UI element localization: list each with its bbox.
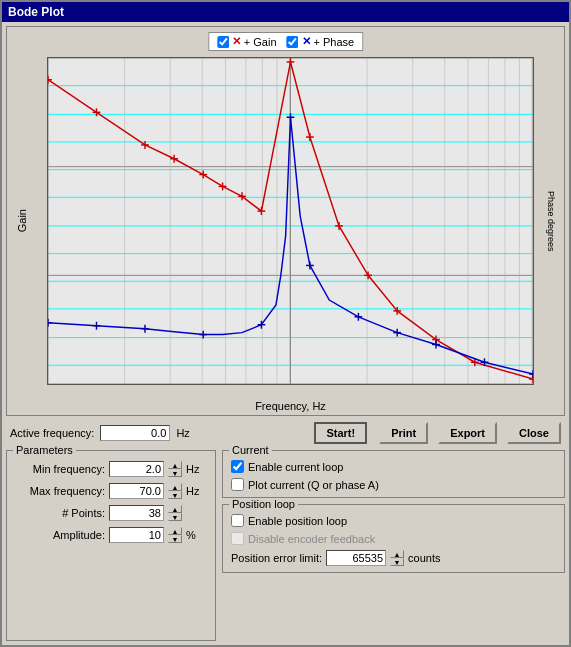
plot-current-label: Plot current (Q or phase A)	[248, 479, 379, 491]
bottom-controls: Active frequency: 0.0 Hz Start! Print Ex…	[6, 416, 565, 641]
min-freq-up[interactable]: ▲	[168, 461, 182, 469]
pos-error-up[interactable]: ▲	[390, 550, 404, 558]
pos-error-label: Position error limit:	[231, 552, 322, 564]
chart-inner: 1,000 100 10 1 -50 -60 -70 -80 -90 -100 …	[47, 57, 534, 385]
x-axis-label: Frequency, Hz	[255, 400, 326, 412]
current-panel: Current Enable current loop Plot current…	[222, 450, 565, 498]
y-axis-label: Gain	[16, 209, 28, 232]
close-button[interactable]: Close	[507, 422, 561, 444]
title-bar: Bode Plot	[2, 2, 569, 22]
max-freq-row: Max frequency: ▲ ▼ Hz	[15, 483, 207, 499]
points-spinner: ▲ ▼	[168, 505, 182, 521]
amplitude-row: Amplitude: ▲ ▼ %	[15, 527, 207, 543]
legend-gain-checkbox[interactable]	[217, 36, 229, 48]
enable-current-label: Enable current loop	[248, 461, 343, 473]
legend-phase-color-marker: ✕	[302, 35, 311, 48]
min-freq-label: Min frequency:	[15, 463, 105, 475]
disable-encoder-label: Disable encoder feedback	[248, 533, 375, 545]
disable-encoder-checkbox[interactable]	[231, 532, 244, 545]
pos-error-down[interactable]: ▼	[390, 558, 404, 566]
y-axis-right-label: Phase degrees	[546, 191, 556, 252]
pos-error-unit: counts	[408, 552, 440, 564]
freq-bar: Active frequency: 0.0 Hz Start! Print Ex…	[6, 420, 565, 446]
points-up[interactable]: ▲	[168, 505, 182, 513]
amplitude-spinner: ▲ ▼	[168, 527, 182, 543]
panels-row: Parameters Min frequency: ▲ ▼ Hz Max fre…	[6, 450, 565, 641]
min-freq-row: Min frequency: ▲ ▼ Hz	[15, 461, 207, 477]
max-freq-up[interactable]: ▲	[168, 483, 182, 491]
max-freq-unit: Hz	[186, 485, 199, 497]
min-freq-down[interactable]: ▼	[168, 469, 182, 477]
legend-gain: ✕ + Gain	[217, 35, 277, 48]
start-button[interactable]: Start!	[314, 422, 367, 444]
active-freq-value: 0.0	[100, 425, 170, 441]
parameters-panel: Parameters Min frequency: ▲ ▼ Hz Max fre…	[6, 450, 216, 641]
chart-svg	[48, 58, 533, 384]
legend-phase-label: + Phase	[314, 36, 355, 48]
legend-phase-checkbox[interactable]	[287, 36, 299, 48]
max-freq-spinner: ▲ ▼	[168, 483, 182, 499]
position-loop-title: Position loop	[229, 498, 298, 510]
max-freq-label: Max frequency:	[15, 485, 105, 497]
active-freq-unit: Hz	[176, 427, 189, 439]
plot-current-row: Plot current (Q or phase A)	[231, 478, 556, 491]
enable-pos-row: Enable position loop	[231, 514, 556, 527]
active-freq-label: Active frequency:	[10, 427, 94, 439]
plot-current-checkbox[interactable]	[231, 478, 244, 491]
chart-area: ✕ + Gain ✕ + Phase Gain Frequency, Hz Ph…	[6, 26, 565, 416]
pos-error-row: Position error limit: ▲ ▼ counts	[231, 550, 556, 566]
bode-plot-window: Bode Plot ✕ + Gain ✕ + Phase Gain	[0, 0, 571, 647]
amplitude-label: Amplitude:	[15, 529, 105, 541]
current-title: Current	[229, 444, 272, 456]
points-row: # Points: ▲ ▼	[15, 505, 207, 521]
enable-pos-label: Enable position loop	[248, 515, 347, 527]
min-freq-spinner: ▲ ▼	[168, 461, 182, 477]
legend: ✕ + Gain ✕ + Phase	[208, 32, 363, 51]
amplitude-down[interactable]: ▼	[168, 535, 182, 543]
print-button[interactable]: Print	[379, 422, 428, 444]
pos-error-input[interactable]	[326, 550, 386, 566]
pos-error-spinner: ▲ ▼	[390, 550, 404, 566]
legend-phase: ✕ + Phase	[287, 35, 355, 48]
legend-gain-color-marker: ✕	[232, 35, 241, 48]
position-loop-panel: Position loop Enable position loop Disab…	[222, 504, 565, 573]
parameters-title: Parameters	[13, 444, 76, 456]
amplitude-input[interactable]	[109, 527, 164, 543]
min-freq-unit: Hz	[186, 463, 199, 475]
export-button[interactable]: Export	[438, 422, 497, 444]
amplitude-unit: %	[186, 529, 196, 541]
max-freq-input[interactable]	[109, 483, 164, 499]
points-input[interactable]	[109, 505, 164, 521]
min-freq-input[interactable]	[109, 461, 164, 477]
legend-gain-label: + Gain	[244, 36, 277, 48]
enable-current-checkbox[interactable]	[231, 460, 244, 473]
disable-encoder-row: Disable encoder feedback	[231, 532, 556, 545]
right-panels: Current Enable current loop Plot current…	[222, 450, 565, 641]
enable-pos-checkbox[interactable]	[231, 514, 244, 527]
window-title: Bode Plot	[8, 5, 64, 19]
enable-current-row: Enable current loop	[231, 460, 556, 473]
points-label: # Points:	[15, 507, 105, 519]
points-down[interactable]: ▼	[168, 513, 182, 521]
amplitude-up[interactable]: ▲	[168, 527, 182, 535]
max-freq-down[interactable]: ▼	[168, 491, 182, 499]
